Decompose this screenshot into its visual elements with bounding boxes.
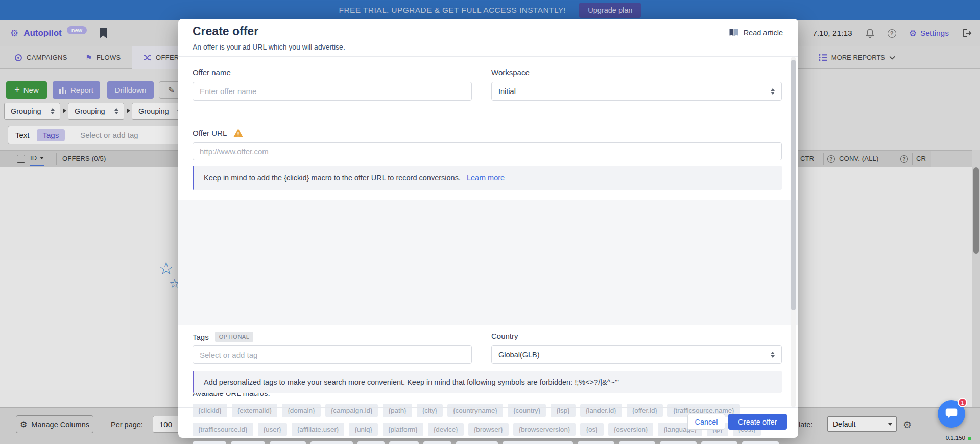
offer-url-input[interactable] [193, 142, 782, 160]
workspace-label: Workspace [491, 68, 530, 77]
macro-chip[interactable]: {campaign.id} [325, 404, 378, 417]
macro-chip[interactable]: {uniq} [349, 423, 378, 436]
modal-scrollbar-thumb[interactable] [791, 60, 796, 310]
clickid-note-text: Keep in mind to add the {clickid} macro … [204, 174, 461, 182]
macro-chip[interactable]: {path} [383, 404, 412, 417]
macro-chip[interactable]: {token5} [742, 441, 779, 444]
macro-chip[interactable]: {model} [231, 441, 266, 444]
macro-chip[interactable]: {token:token name} [503, 441, 573, 444]
macro-chip[interactable]: {offer.id} [627, 404, 663, 417]
create-offer-button[interactable]: Create offer [728, 414, 787, 430]
tags-note: Add personalized tags to make your searc… [193, 371, 782, 393]
macro-chip[interactable]: {token4} [701, 441, 738, 444]
macro-chip[interactable]: {size} [423, 441, 451, 444]
version-label: 0.1.150 [934, 435, 965, 441]
offer-name-label: Offer name [193, 68, 231, 77]
read-article-label: Read article [744, 29, 783, 37]
book-icon [729, 28, 739, 37]
offer-name-input[interactable] [193, 82, 472, 101]
country-select-value: Global(GLB) [498, 350, 540, 359]
workspace-select[interactable]: Initial [491, 82, 782, 101]
modal-scrollbar[interactable] [791, 57, 796, 407]
macro-chip[interactable]: {referer} [270, 441, 306, 444]
modal-title: Create offer [193, 25, 258, 38]
macro-chip[interactable]: {isp} [551, 404, 575, 417]
modal-subtitle: An offer is your ad URL which you will a… [193, 43, 345, 51]
clickid-note: Keep in mind to add the {clickid} macro … [193, 166, 782, 190]
chat-bubble-icon [945, 407, 958, 420]
select-chevrons-icon [771, 88, 775, 95]
macro-chip[interactable]: {device} [428, 423, 464, 436]
macro-chip[interactable]: {countryname} [447, 404, 503, 417]
macro-chip[interactable]: {hour} [389, 441, 419, 444]
offer-url-label: Offer URL [193, 128, 244, 138]
macro-chip[interactable]: {affiliate.user} [292, 423, 345, 436]
tags-input[interactable] [193, 345, 472, 364]
chat-notification-badge[interactable]: 1 [958, 398, 967, 407]
macro-chip[interactable]: {externalid} [232, 404, 278, 417]
workspace-select-value: Initial [498, 87, 516, 96]
divider [178, 56, 798, 57]
status-dot [968, 437, 971, 440]
macro-chip[interactable]: {browser} [468, 423, 509, 436]
warning-icon [233, 128, 244, 138]
cancel-button[interactable]: Cancel [687, 414, 725, 430]
macro-chip[interactable]: {trafficsource.id} [193, 423, 253, 436]
macros-section: Available URL macros: {clickid}{external… [178, 200, 798, 325]
macro-chip[interactable]: {platform} [383, 423, 423, 436]
macro-chip[interactable]: {token1} [578, 441, 614, 444]
tags-label: Tags OPTIONAL [193, 332, 253, 342]
country-select[interactable]: Global(GLB) [491, 345, 782, 364]
optional-badge: OPTIONAL [215, 332, 254, 342]
macro-chip[interactable]: {browserversion} [513, 423, 576, 436]
macro-chip[interactable]: {token2} [619, 441, 656, 444]
read-article-link[interactable]: Read article [729, 28, 783, 37]
divider [178, 407, 798, 408]
macro-chip[interactable]: {city} [417, 404, 443, 417]
country-label: Country [491, 332, 518, 340]
macro-chip[interactable]: {token3} [660, 441, 697, 444]
macro-chip[interactable]: {domain} [282, 404, 320, 417]
learn-more-link[interactable]: Learn more [467, 174, 505, 182]
macro-chip[interactable]: {country} [508, 404, 546, 417]
macro-chip[interactable]: {lander.id} [580, 404, 622, 417]
macro-chip[interactable]: {datetime} [310, 441, 353, 444]
create-offer-modal: Create offer An offer is your ad URL whi… [178, 19, 798, 438]
macro-chip[interactable]: {diagonal} [456, 441, 498, 444]
macro-chip[interactable]: {day} [357, 441, 385, 444]
app-root: FREE TRIAL. UPGRADE & GET FULL ACCESS IN… [0, 0, 980, 444]
macro-chip[interactable]: {user} [258, 423, 287, 436]
macro-chip[interactable]: {clickid} [193, 404, 227, 417]
macro-chip[interactable]: {os} [580, 423, 603, 436]
macro-chip[interactable]: {brand} [193, 441, 226, 444]
tags-note-text: Add personalized tags to make your searc… [204, 378, 619, 386]
select-chevrons-icon [771, 352, 775, 358]
macro-chip[interactable]: {osversion} [608, 423, 654, 436]
